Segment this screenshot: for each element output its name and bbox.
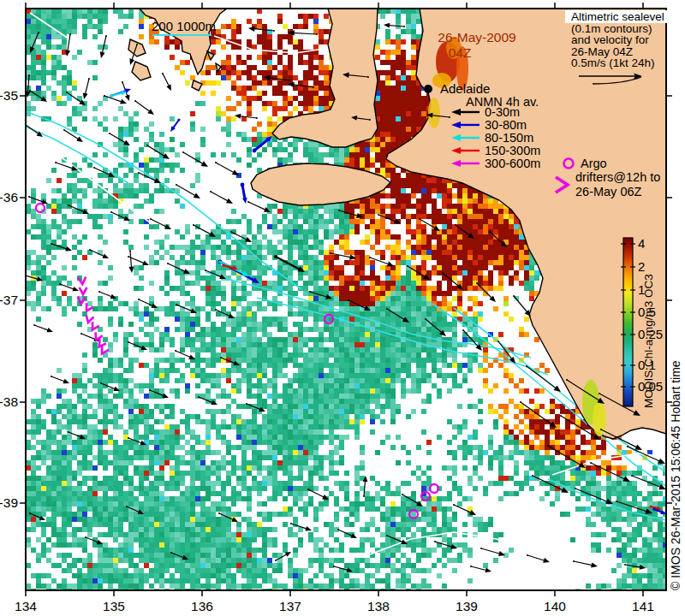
isobath-scale-label: 200 1000m (152, 19, 216, 33)
map-canvas: 134135136137138139140141-35-36-37-38-39 … (0, 0, 685, 616)
altimetric-line-5: 0.5m/s (1kt 24h) (571, 56, 655, 69)
colorbar-tick-label: 2 (638, 259, 645, 274)
y-tick-label: -35 (0, 88, 18, 103)
x-tick-label: 141 (632, 599, 654, 613)
colorbar-bar (623, 238, 633, 406)
ocean-map-page: { "map": { "frame": {"x":30,"y":10,"w":7… (0, 0, 685, 616)
y-tick-label: -37 (0, 293, 18, 307)
x-tick-label: 135 (103, 599, 125, 613)
x-tick-label: 138 (367, 599, 390, 613)
colorbar-axis-label: MODIS Chl-a mg/m3 OC3 (642, 274, 655, 408)
credit-text: © IMOS 26-Mar-2015 15:06:45 Hobart time (669, 360, 682, 590)
x-tick-label: 136 (191, 599, 213, 613)
bloom-patch (428, 98, 440, 128)
x-tick-label: 140 (544, 599, 566, 613)
colorbar-tick-label: 4 (638, 236, 645, 251)
x-tick-label: 134 (15, 599, 37, 613)
drifter-legend-line-1: drifters@12h to (575, 170, 660, 184)
adelaide-label: Adelaide (440, 81, 490, 96)
y-tick-label: -38 (0, 394, 18, 409)
drifter-legend-line-2: 26-May 06Z (575, 185, 642, 198)
depth-legend-label: 300-600m (485, 157, 540, 170)
date-hour-label: 04Z (449, 45, 472, 60)
y-tick-label: -36 (0, 190, 18, 204)
x-tick-label: 139 (456, 599, 478, 613)
anmn-legend-title: ANMN 4h av. (466, 95, 539, 109)
y-tick-label: -39 (0, 495, 18, 510)
depth-legend-label: 80-150m (485, 131, 533, 145)
adelaide-city-dot (424, 85, 432, 93)
date-label: 26-May-2009 (438, 30, 515, 44)
depth-legend-label: 150-300m (485, 144, 540, 157)
x-tick-label: 137 (279, 599, 301, 613)
argo-legend-label: Argo (581, 157, 607, 170)
depth-legend-label: 30-80m (485, 118, 527, 132)
